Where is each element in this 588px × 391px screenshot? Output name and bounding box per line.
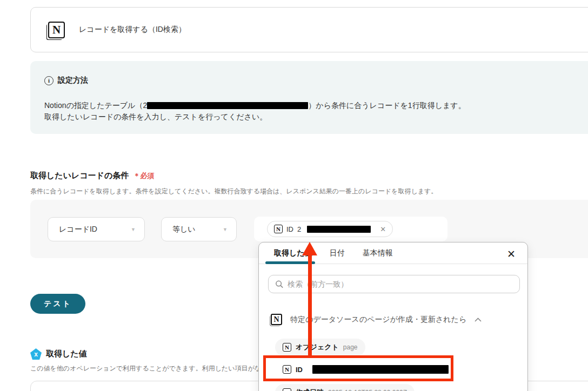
condition-value-field[interactable]: N ID 2 ✕ [254,217,447,241]
list-item-created-at[interactable]: N 作成日時 2025-12-12T05:28:00.000Z [275,384,415,391]
trigger-group-label: 特定のデータソースのページが作成・更新されたら [290,315,466,325]
condition-section-title: 取得したいレコードの条件＊必須 [30,171,154,181]
value-picker-popup: 取得した値 日付 基本情報 ✕ N 特定のデータソースのページが作成・更新された… [258,242,528,391]
item-value: 2025-12-12T05:28:00.000Z [328,389,407,391]
redacted-table-id [147,102,308,109]
info-box-header: i 設定方法 [44,76,88,85]
operator-dropdown[interactable]: 等しい ▼ [161,217,237,241]
tab-retrieved-values[interactable]: 取得した値 [274,248,312,258]
list-item-id[interactable]: N ID [275,361,456,378]
list-item-object[interactable]: N オブジェクト page [275,339,365,356]
notion-icon: N [271,314,282,325]
notion-icon: N [283,343,291,352]
notion-icon: N [283,365,291,374]
redacted-item-value [312,365,449,374]
field-dropdown[interactable]: レコードID ▼ [48,217,145,241]
item-value: page [343,343,358,351]
item-label: 作成日時 [296,388,324,391]
result-description: この値を他のオペレーションで利用することができます。利用したい項目がない場合は、 [30,364,294,373]
info-line-2: 取得したいレコードの条件を入力し、テストを行ってください。 [44,111,466,123]
setup-info-box: i 設定方法 Notionの指定したテーブル（2）から条件に合うレコードを1行取… [30,61,588,134]
info-line-1: Notionの指定したテーブル（2）から条件に合うレコードを1行取得します。 [44,100,466,111]
value-tag-label: ID [286,225,293,233]
operator-dropdown-value: 等しい [172,225,196,234]
chevron-up-icon [475,318,482,322]
notion-icon: N [274,225,283,233]
field-dropdown-value: レコードID [59,225,97,234]
value-tag[interactable]: N ID 2 ✕ [267,221,393,237]
info-box-body: Notionの指定したテーブル（2）から条件に合うレコードを1行取得します。 取… [44,100,466,123]
result-section-header: x 取得した値 [30,348,87,360]
required-badge: ＊必須 [133,172,154,180]
value-tag-prefix: 2 [297,225,301,233]
notion-icon: N [283,388,291,391]
item-label: オブジェクト [296,342,339,352]
chevron-down-icon: ▼ [216,227,228,232]
search-input[interactable] [288,280,513,288]
search-icon [275,280,283,288]
chevron-down-icon: ▼ [124,227,136,232]
result-badge-icon: x [30,348,42,360]
redacted-tag-value [307,226,371,233]
trigger-group-header[interactable]: N 特定のデータソースのページが作成・更新されたら [271,314,482,325]
close-icon[interactable]: ✕ [507,249,516,259]
info-icon: i [44,76,54,85]
active-tab-indicator [265,261,315,264]
popup-tabs: 取得した値 日付 基本情報 [259,242,527,264]
tab-basic-info[interactable]: 基本情報 [363,248,393,258]
step-title: レコードを取得する（ID検索） [79,25,186,35]
step-header-card[interactable]: N レコードを取得する（ID検索） [30,7,588,52]
condition-description: 条件に合うレコードを取得します。条件を設定してください。複数行合致する場合は、レ… [30,187,437,196]
notion-logo-icon: N [48,22,65,38]
item-label: ID [296,366,303,374]
popup-search[interactable] [268,275,520,293]
result-section-title: 取得した値 [46,349,87,359]
tab-date[interactable]: 日付 [330,248,345,258]
info-box-title: 設定方法 [58,76,88,85]
tag-remove-icon[interactable]: ✕ [378,225,386,233]
test-button[interactable]: テスト [30,294,85,314]
